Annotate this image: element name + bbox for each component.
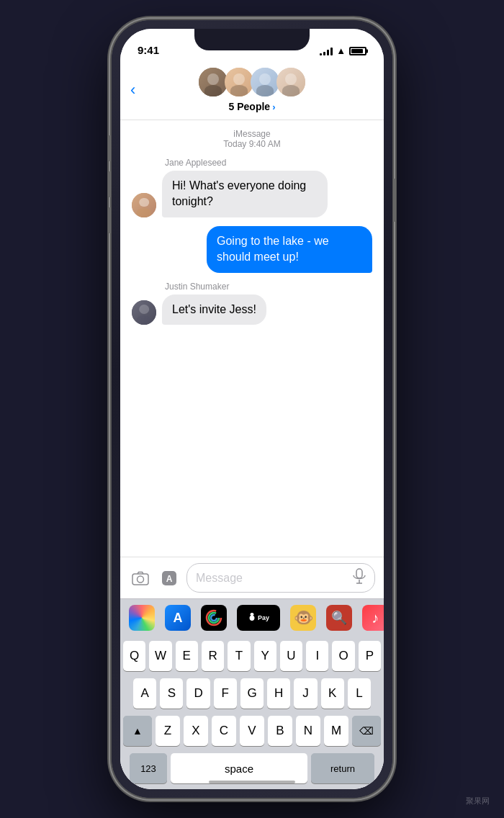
status-time: 9:41 — [138, 44, 159, 56]
key-h[interactable]: H — [267, 678, 290, 709]
svg-rect-4 — [356, 569, 362, 578]
svg-point-9 — [211, 615, 217, 621]
app-strip: A Pay — [120, 598, 384, 637]
key-n[interactable]: N — [296, 716, 320, 746]
back-button[interactable]: ‹ — [130, 81, 135, 99]
keyboard-bottom-row: 123 space return — [123, 753, 381, 783]
sender-justin: Justin Shumaker — [165, 282, 372, 292]
message-row-3: Let's invite Jess! — [132, 295, 372, 325]
message-input[interactable]: Message — [186, 563, 375, 593]
key-a[interactable]: A — [133, 678, 156, 709]
group-name[interactable]: 5 People › — [229, 101, 276, 112]
avatar-person-3 — [251, 68, 279, 96]
notch — [194, 29, 310, 50]
key-w[interactable]: W — [149, 641, 171, 671]
key-p[interactable]: P — [359, 641, 381, 671]
photos-app-icon[interactable] — [129, 605, 155, 631]
group-chevron-icon: › — [272, 102, 275, 112]
messages-app: ‹ 5 People › — [120, 60, 384, 789]
numbers-key[interactable]: 123 — [130, 753, 167, 783]
message-row-2: Going to the lake - we should meet up! — [132, 226, 372, 273]
mic-icon[interactable] — [353, 568, 366, 588]
key-b[interactable]: B — [268, 716, 292, 746]
key-q[interactable]: Q — [123, 641, 145, 671]
space-key[interactable]: space — [171, 753, 307, 783]
sender-jane: Jane Appleseed — [165, 158, 372, 168]
avatar-justin — [132, 300, 156, 325]
battery-fill — [351, 49, 363, 53]
key-o[interactable]: O — [332, 641, 354, 671]
message-placeholder[interactable]: Message — [196, 572, 353, 585]
key-v[interactable]: V — [240, 716, 264, 746]
activity-app-icon[interactable] — [201, 605, 227, 631]
signal-bar-3 — [327, 50, 329, 55]
key-u[interactable]: U — [280, 641, 302, 671]
key-i[interactable]: I — [306, 641, 328, 671]
chat-area: iMessage Today 9:40 AM Jane Appleseed H — [120, 120, 384, 557]
appstore-button[interactable]: A — [158, 567, 181, 590]
chat-timestamp: iMessage Today 9:40 AM — [132, 129, 372, 149]
signal-bar-4 — [330, 48, 333, 55]
message-group-3: Justin Shumaker Let's invite Jess! — [132, 282, 372, 325]
key-y[interactable]: Y — [254, 641, 276, 671]
home-indicator — [209, 781, 295, 783]
keyboard-row-2: A S D F G H J K L — [123, 678, 381, 709]
music-icon[interactable]: ♪ — [362, 605, 384, 631]
keyboard-row-3: ▲ Z X C V B N M ⌫ — [123, 716, 381, 746]
bubble-3: Let's invite Jess! — [162, 295, 266, 325]
messages-header: ‹ 5 People › — [120, 60, 384, 120]
signal-bars-icon — [320, 47, 333, 55]
bubble-1: Hi! What's everyone doing tonight? — [162, 171, 328, 217]
key-z[interactable]: Z — [156, 716, 180, 746]
delete-key[interactable]: ⌫ — [352, 716, 381, 746]
key-c[interactable]: C — [212, 716, 236, 746]
battery-icon — [349, 47, 366, 55]
message-group-2: Going to the lake - we should meet up! — [132, 226, 372, 273]
chat-time: Today 9:40 AM — [132, 139, 372, 149]
svg-point-1 — [138, 576, 144, 583]
avatar-jane — [132, 193, 156, 217]
group-avatars[interactable] — [197, 66, 307, 98]
key-t[interactable]: T — [228, 641, 250, 671]
avatar-person-2 — [225, 68, 253, 96]
key-g[interactable]: G — [240, 678, 264, 709]
applepay-icon[interactable]: Pay — [237, 605, 280, 631]
phone-screen: 9:41 ▲ ‹ — [120, 29, 384, 789]
shift-key[interactable]: ▲ — [123, 716, 152, 746]
key-e[interactable]: E — [176, 641, 198, 671]
message-row-1: Hi! What's everyone doing tonight? — [132, 171, 372, 217]
input-area: A Message — [120, 557, 384, 598]
key-d[interactable]: D — [186, 678, 210, 709]
signal-bar-1 — [320, 53, 322, 55]
monkey-icon[interactable]: 🐵 — [290, 605, 316, 631]
return-key[interactable]: return — [311, 753, 374, 783]
phone-device: 9:41 ▲ ‹ — [112, 20, 392, 798]
appstore-app-icon[interactable]: A — [165, 605, 191, 631]
key-r[interactable]: R — [202, 641, 224, 671]
message-group-1: Jane Appleseed Hi! What's everyone doing… — [132, 158, 372, 217]
key-l[interactable]: L — [348, 678, 371, 709]
key-f[interactable]: F — [214, 678, 237, 709]
avatar-person-1 — [199, 68, 228, 96]
avatar-4 — [275, 66, 307, 98]
signal-bar-2 — [323, 52, 325, 55]
avatar-person-4 — [276, 68, 305, 96]
svg-text:A: A — [166, 574, 173, 584]
web-search-icon[interactable]: 🔍 — [326, 605, 352, 631]
imessage-label: iMessage — [132, 129, 372, 139]
applepay-label: Pay — [248, 613, 269, 623]
key-m[interactable]: M — [324, 716, 348, 746]
key-j[interactable]: J — [294, 678, 317, 709]
keyboard-row-1: Q W E R T Y U I O P — [123, 641, 381, 671]
camera-button[interactable] — [129, 567, 152, 590]
key-s[interactable]: S — [160, 678, 183, 709]
status-icons: ▲ — [320, 45, 366, 56]
group-name-text: 5 People — [229, 101, 271, 112]
key-x[interactable]: X — [184, 716, 208, 746]
keyboard: Q W E R T Y U I O P A S D F G — [120, 637, 384, 789]
bubble-2: Going to the lake - we should meet up! — [207, 226, 372, 273]
watermark: 聚果网 — [466, 796, 490, 806]
key-k[interactable]: K — [321, 678, 344, 709]
wifi-icon: ▲ — [336, 45, 346, 56]
appstore-icon-label: A — [174, 611, 183, 626]
